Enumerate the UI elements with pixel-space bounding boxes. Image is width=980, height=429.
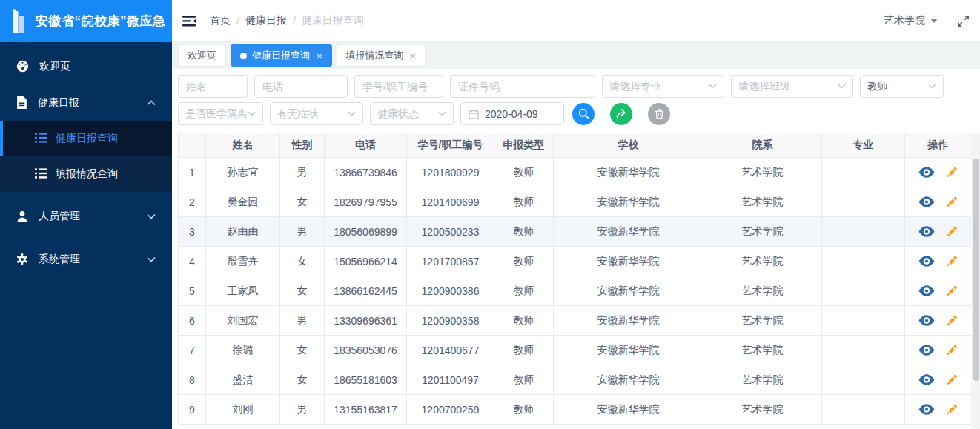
sidebar-item-daily-report-query[interactable]: 健康日报查询 [0,121,172,156]
edit-button[interactable] [945,196,958,208]
date-picker[interactable]: 2020-04-09 [460,102,564,125]
cell-department: 艺术学院 [703,365,822,395]
cell-name: 刘国宏 [206,306,280,336]
cell-code: 1201400699 [407,187,494,217]
row-actions [905,285,971,297]
cell-department: 艺术学院 [703,217,822,247]
cell-actions [905,336,972,365]
open-tabs-bar: 欢迎页 健康日报查询 × 填报情况查询 × [172,42,980,69]
edit-button[interactable] [945,225,958,238]
view-button[interactable] [918,226,935,237]
row-actions [905,255,971,267]
export-button[interactable] [610,103,632,125]
org-dropdown[interactable]: 艺术学院 [884,14,938,27]
person-type-select[interactable]: 教师 [860,75,944,98]
cell-index: 5 [179,276,206,306]
table-row: 6刘国宏男133096963611200900358教师安徽新华学院艺术学院 [179,306,972,336]
menu-fold-icon[interactable] [182,16,196,27]
table-header-row: 姓名 性别 电话 学号/职工编号 申报类型 学校 院系 专业 操作 [179,133,972,158]
edit-button[interactable] [945,255,958,267]
chevron-down-icon [147,213,156,219]
view-button[interactable] [918,196,935,207]
edit-button[interactable] [945,166,958,179]
cell-school: 安徽新华学院 [554,336,703,365]
name-input[interactable] [178,75,248,98]
col-department: 院系 [703,133,822,158]
tab-daily-report-query[interactable]: 健康日报查询 × [231,44,332,67]
breadcrumb-section[interactable]: 健康日报 [245,14,287,27]
col-type: 申报类型 [494,133,554,158]
col-school: 学校 [554,133,703,158]
sidebar-item-personnel[interactable]: 人员管理 [0,198,172,234]
view-button[interactable] [918,404,935,415]
tab-close-icon[interactable]: × [317,50,322,61]
sidebar-item-label: 人员管理 [39,210,80,223]
cell-department: 艺术学院 [703,336,822,365]
active-tab-dot [240,53,247,59]
col-major: 专业 [822,133,905,158]
edit-pencil-icon [945,403,958,416]
view-button[interactable] [918,345,935,356]
view-button[interactable] [918,256,935,267]
cell-major [822,247,905,276]
cell-phone: 13866739846 [325,158,407,187]
org-dropdown-value: 艺术学院 [884,14,925,27]
staff-no-input[interactable] [354,75,443,98]
cell-gender: 女 [280,336,325,365]
edit-button[interactable] [945,373,958,386]
cell-major [822,187,905,217]
tab-close-icon[interactable]: × [411,50,417,61]
edit-button[interactable] [945,285,958,297]
view-button[interactable] [918,374,935,385]
sidebar-item-label: 系统管理 [39,253,80,266]
edit-button[interactable] [945,344,958,356]
view-eye-icon [918,374,935,385]
cell-code: 1200900358 [407,306,494,336]
table-row: 2樊金园女182697979551201400699教师安徽新华学院艺术学院 [179,187,972,217]
cell-school: 安徽新华学院 [554,158,703,187]
chevron-down-icon [147,256,156,262]
cell-phone: 13866162445 [325,276,407,306]
cell-gender: 男 [280,158,325,187]
chevron-down-icon [438,111,446,116]
breadcrumb-home[interactable]: 首页 [210,14,231,27]
cell-actions [905,306,972,336]
edit-button[interactable] [945,403,958,416]
tab-fill-status-query[interactable]: 填报情况查询 × [337,44,426,67]
view-button[interactable] [918,167,935,178]
search-button[interactable] [572,103,595,125]
cell-type: 教师 [494,306,554,336]
health-state-select[interactable]: 健康状态 [370,102,454,125]
chevron-down-icon [248,111,256,116]
view-button[interactable] [918,285,935,296]
tab-welcome[interactable]: 欢迎页 [178,44,226,67]
cell-name: 赵由由 [206,217,280,247]
id-card-input[interactable] [450,75,595,98]
cell-phone: 13309696361 [325,306,407,336]
edit-button[interactable] [945,314,958,327]
sidebar-item-system[interactable]: 系统管理 [0,241,172,277]
sidebar-item-welcome[interactable]: 欢迎页 [0,48,172,84]
view-button[interactable] [918,315,935,326]
sidebar-menu: 欢迎页 健康日报 [0,42,172,277]
cell-department: 艺术学院 [703,247,822,276]
major-select[interactable]: 请选择专业 [602,75,724,98]
view-eye-icon [918,256,935,267]
cell-department: 艺术学院 [703,306,822,336]
class-select[interactable]: 请选择班级 [731,75,853,98]
cell-gender: 男 [280,217,325,247]
scrollbar-thumb[interactable] [973,159,979,381]
sidebar-item-health-report[interactable]: 健康日报 [0,84,172,121]
sidebar-item-fill-status-query[interactable]: 填报情况查询 [0,156,172,192]
phone-input[interactable] [254,75,348,98]
isolation-select[interactable]: 是否医学隔离 [178,102,263,125]
symptom-select[interactable]: 有无症状 [270,102,363,125]
cell-gender: 女 [280,187,325,217]
table-body: 1孙志宜男138667398461201800929教师安徽新华学院艺术学院 2… [179,158,972,425]
delete-button[interactable] [648,103,670,125]
cell-major [822,365,905,395]
fullscreen-expand-icon[interactable] [957,15,970,27]
cell-name: 殷雪卉 [206,247,280,276]
row-actions [905,373,971,386]
vertical-scrollbar[interactable] [971,133,980,429]
